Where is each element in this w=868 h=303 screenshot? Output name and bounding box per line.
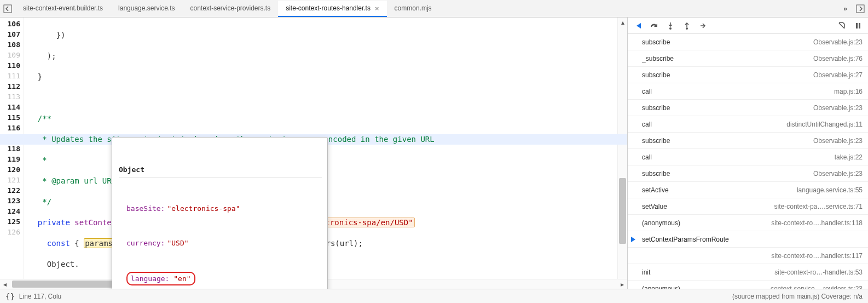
call-stack-frame[interactable]: subscribeObservable.js:23 [628,100,868,116]
pretty-print-icon[interactable]: {} [5,292,15,301]
call-stack-frame[interactable]: subscribeObservable.js:23 [628,133,868,149]
frame-function: init [642,268,770,276]
frame-function: call [642,121,782,128]
vertical-scrollbar[interactable]: ▴ ▾ [617,18,627,289]
call-stack-frame[interactable]: subscribeObservable.js:23 [628,34,868,50]
line-number[interactable]: 121 [0,176,24,186]
source-mapping-info: (source mapped from main.js) Coverage: n… [732,293,863,300]
tabs-overflow-icon[interactable]: » [838,5,853,13]
tab-bar: site-context-event.builder.ts language.s… [0,0,868,18]
line-number[interactable]: 125 [0,218,24,228]
line-number[interactable]: 108 [0,41,24,51]
line-number[interactable]: 112 [0,82,24,93]
call-stack-frame[interactable]: calltake.js:22 [628,149,868,165]
frame-function: subscribe [642,71,809,79]
call-stack-frame[interactable]: subscribeObservable.js:23 [628,165,868,182]
tab-site-context-event-builder[interactable]: site-context-event.builder.ts [15,1,111,17]
close-icon[interactable]: × [374,4,379,13]
frame-function: subscribe [642,170,809,178]
frame-function: setActive [642,186,792,194]
frame-location: Observable.js:76 [813,55,863,62]
resume-button[interactable] [631,19,644,32]
tab-common-mjs[interactable]: common.mjs [387,1,439,17]
frame-location: Observable.js:23 [813,137,863,145]
call-stack-frame[interactable]: _subscribeObservable.js:76 [628,50,868,67]
line-number[interactable]: 115 [0,113,24,124]
frame-location: distinctUntilChanged.js:11 [786,121,863,128]
step-over-button[interactable] [647,19,661,32]
frame-function: (anonymous) [642,219,767,227]
frame-location: context-service….roviders.ts:23 [771,285,863,289]
svg-rect-0 [4,5,11,13]
frame-function: call [642,88,830,95]
step-out-button[interactable] [680,19,693,32]
code-content[interactable]: }) ); } /** * Updates the site context s… [24,18,617,289]
code-line: } [28,72,617,82]
frame-location: site-context-ro….handler.ts:117 [771,252,863,260]
call-stack-frame[interactable]: callmap.js:16 [628,83,868,100]
nav-forward-icon[interactable] [853,1,868,16]
hover-token[interactable]: params [84,238,114,248]
tooltip-header: Object [119,164,322,178]
code-line: /** [28,113,617,124]
line-number[interactable]: 123 [0,197,24,207]
tooltip-row[interactable]: currency: "USD" [119,237,322,249]
code-line: ); [28,51,617,61]
tab-context-service-providers[interactable]: context-service-providers.ts [182,1,278,17]
line-number[interactable]: 106 [0,20,24,30]
line-gutter: 1061071081091101111121131141151161171181… [0,18,24,289]
call-stack-frame[interactable]: setValuesite-context-pa….service.ts:71 [628,198,868,215]
step-into-button[interactable] [664,19,677,32]
line-number[interactable]: 107 [0,30,24,41]
svg-rect-1 [857,5,864,13]
code-line: }) [28,30,617,41]
call-stack-frame-location[interactable]: site-context-ro….handler.ts:117 [628,248,868,264]
scroll-thumb[interactable] [619,178,626,243]
call-stack-frame[interactable]: calldistinctUntilChanged.js:11 [628,116,868,133]
call-stack-frame[interactable]: setContextParamsFromRoute [628,231,868,248]
scroll-right-icon[interactable]: ▸ [617,281,627,288]
call-stack-frame[interactable]: (anonymous)context-service….roviders.ts:… [628,281,868,289]
line-number[interactable]: 109 [0,51,24,61]
tab-language-service[interactable]: language.service.ts [111,1,182,17]
frame-function: (anonymous) [642,285,766,289]
tabs: site-context-event.builder.ts language.s… [15,0,838,17]
deactivate-breakpoints-button[interactable] [835,19,848,32]
frame-function: subscribe [642,38,809,46]
tooltip-row[interactable]: baseSite: "electronics-spa" [119,203,322,214]
line-number[interactable]: 122 [0,186,24,197]
frame-location: Observable.js:23 [813,104,863,112]
call-stack-frame[interactable]: subscribeObservable.js:27 [628,67,868,83]
frame-function: subscribe [642,104,809,112]
svg-rect-4 [856,23,858,28]
tooltip-row[interactable]: language: "en" [119,272,322,285]
frame-location: language.service.ts:55 [797,186,863,194]
frame-location: site-context-ro….handler.ts:118 [771,219,863,227]
call-stack-frame[interactable]: (anonymous)site-context-ro….handler.ts:1… [628,215,868,231]
call-stack-frame[interactable]: setActivelanguage.service.ts:55 [628,182,868,198]
pause-button[interactable] [852,19,865,32]
line-number[interactable]: 116 [0,124,24,134]
svg-point-3 [686,27,688,30]
line-number[interactable]: 110 [0,61,24,72]
line-number[interactable]: 113 [0,93,24,103]
line-number[interactable]: 118 [0,145,24,155]
line-number[interactable]: 114 [0,103,24,113]
line-number[interactable]: 124 [0,207,24,218]
scroll-left-icon[interactable]: ◂ [0,281,10,288]
frame-location: Observable.js:27 [813,71,863,79]
step-button[interactable] [697,19,710,32]
scroll-track[interactable] [618,27,627,279]
frame-location: site-context-pa….service.ts:71 [774,203,863,210]
tab-site-context-routes-handler[interactable]: site-context-routes-handler.ts× [278,1,386,17]
highlighted-property: language: "en" [126,272,195,285]
call-stack-frame[interactable]: initsite-context-ro…-handler.ts:53 [628,264,868,281]
line-number[interactable]: 111 [0,72,24,82]
line-number[interactable]: 120 [0,165,24,176]
line-number[interactable]: 119 [0,155,24,165]
frame-location: Observable.js:23 [813,170,863,178]
nav-back-icon[interactable] [0,1,15,16]
frame-function: setContextParamsFromRoute [642,236,863,243]
line-number[interactable]: 126 [0,228,24,238]
scroll-up-icon[interactable]: ▴ [618,18,627,27]
